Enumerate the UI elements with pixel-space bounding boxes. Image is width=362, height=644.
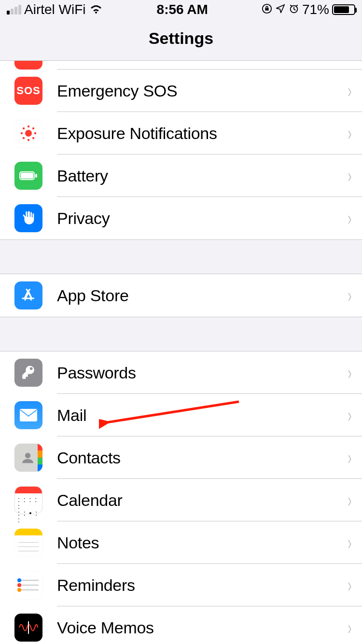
row-label: Passwords [57,364,344,382]
settings-group-apps: Passwords › Mail › Contacts › : : : : ::… [0,351,362,644]
contacts-icon [14,444,42,472]
settings-row-exposure-notifications[interactable]: Exposure Notifications › [0,112,362,154]
svg-rect-13 [35,174,37,178]
chevron-right-icon: › [348,574,358,596]
group-separator [0,317,362,351]
voicememos-icon [14,614,42,642]
hand-icon [14,204,42,232]
carrier-label: Airtel WiFi [24,2,86,17]
settings-row-reminders[interactable]: Reminders › [0,564,362,606]
calendar-icon: : : : : :: : • : : [14,486,42,514]
chevron-right-icon: › [348,362,358,384]
settings-row-battery[interactable]: Battery › [0,154,362,197]
row-label: App Store [57,286,344,305]
rotation-lock-icon [262,2,272,17]
row-label: Battery [57,167,344,185]
chevron-right-icon: › [348,80,358,102]
settings-row-partial[interactable] [0,61,362,70]
mail-icon [14,401,42,429]
chevron-right-icon: › [348,490,358,511]
row-label: Privacy [57,209,344,228]
settings-row-privacy[interactable]: Privacy › [0,197,362,239]
reminders-icon [14,571,42,599]
svg-point-4 [28,139,29,141]
settings-row-passwords[interactable]: Passwords › [0,351,362,394]
clock-label: 8:56 AM [103,2,262,17]
row-label: Exposure Notifications [57,124,344,143]
row-label: Mail [57,406,344,425]
settings-row-emergency-sos[interactable]: SOS Emergency SOS › [0,70,362,112]
exposure-icon [14,119,42,147]
status-bar: Airtel WiFi 8:56 AM 71% [0,0,362,19]
row-label: Emergency SOS [57,82,344,100]
wifi-icon [89,2,103,17]
row-label: Calendar [57,491,344,510]
svg-point-8 [32,127,34,129]
chevron-right-icon: › [348,447,358,469]
cellular-signal-icon [7,5,21,14]
status-left: Airtel WiFi [7,2,103,17]
row-label: Notes [57,533,344,552]
chevron-right-icon: › [348,617,358,639]
row-label: Voice Memos [57,618,344,637]
settings-row-contacts[interactable]: Contacts › [0,436,362,479]
svg-rect-14 [20,409,37,421]
battery-icon [332,4,355,15]
svg-point-15 [25,453,30,458]
chevron-right-icon: › [348,165,358,187]
chevron-right-icon: › [348,123,358,144]
page-title: Settings [0,19,362,61]
svg-rect-12 [21,173,33,179]
svg-point-2 [25,130,32,137]
alarm-icon [289,2,299,17]
settings-group-store: App Store › [0,274,362,317]
settings-row-notes[interactable]: Notes › [0,521,362,564]
location-icon [275,2,286,17]
chevron-right-icon: › [348,285,358,307]
svg-point-5 [21,132,23,134]
settings-row-app-store[interactable]: App Store › [0,274,362,317]
svg-point-10 [32,137,34,139]
chevron-right-icon: › [348,532,358,554]
appstore-icon [14,281,42,309]
battery-app-icon [14,162,42,190]
settings-row-mail[interactable]: Mail › [0,394,362,436]
svg-point-7 [23,127,25,129]
battery-pct-label: 71% [302,2,329,17]
settings-row-calendar[interactable]: : : : : :: : • : : Calendar › [0,479,362,521]
settings-group-device: SOS Emergency SOS › Exposure Notificatio… [0,61,362,240]
status-right: 71% [262,2,355,17]
key-icon [14,359,42,387]
row-label: Reminders [57,576,344,595]
notes-icon [14,529,42,557]
waveform-icon [14,61,42,70]
chevron-right-icon: › [348,405,358,426]
settings-row-voice-memos[interactable]: Voice Memos › [0,606,362,644]
svg-point-3 [28,126,29,127]
sos-icon: SOS [14,77,42,105]
row-label: Contacts [57,448,344,467]
svg-rect-16 [28,621,29,634]
chevron-right-icon: › [348,208,358,229]
svg-point-6 [34,132,36,134]
group-separator [0,240,362,274]
svg-point-9 [23,137,25,139]
